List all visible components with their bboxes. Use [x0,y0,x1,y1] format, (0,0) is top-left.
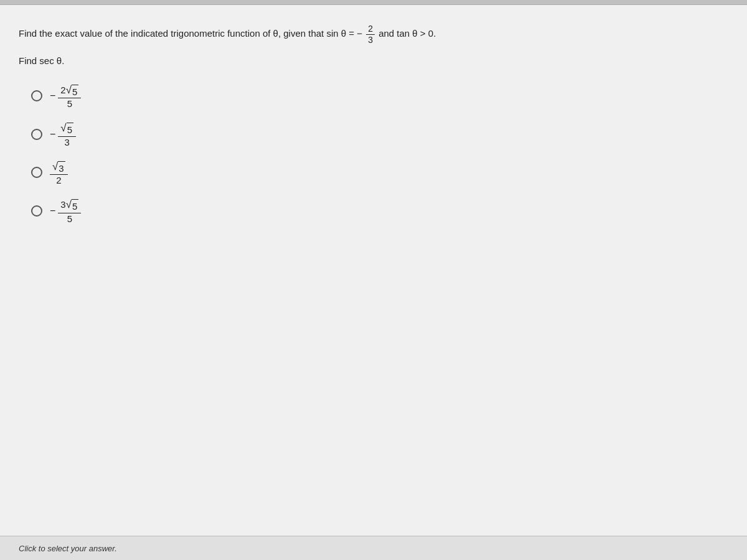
question-prefix: Find the exact value of the indicated tr… [19,28,362,39]
option-C[interactable]: √32 [31,160,728,186]
bottom-bar: Click to select your answer. [0,536,747,560]
option-B-math: −√53 [50,121,76,147]
content-area: Find the exact value of the indicated tr… [0,5,747,536]
screen: Find the exact value of the indicated tr… [0,0,747,560]
find-sec-text: Find sec θ. [19,55,728,66]
given-fraction-numerator: 2 [366,24,375,35]
option-A[interactable]: −2√55 [31,83,728,110]
radio-D[interactable] [31,205,42,217]
question-text: Find the exact value of the indicated tr… [19,24,728,45]
click-instruction: Click to select your answer. [19,544,117,553]
option-A-math: −2√55 [50,83,81,110]
given-fraction: 2 3 [366,24,375,45]
given-fraction-denominator: 3 [366,35,375,45]
option-D-math: −3√55 [50,198,81,224]
option-B[interactable]: −√53 [31,121,728,147]
options-container: −2√55 −√53 √32 −3√55 [31,83,728,224]
question-condition: and tan θ > 0. [378,28,436,39]
top-bar [0,0,747,5]
radio-B[interactable] [31,129,42,140]
option-D[interactable]: −3√55 [31,198,728,224]
option-C-math: √32 [50,160,68,186]
radio-A[interactable] [31,90,42,101]
radio-C[interactable] [31,167,42,178]
